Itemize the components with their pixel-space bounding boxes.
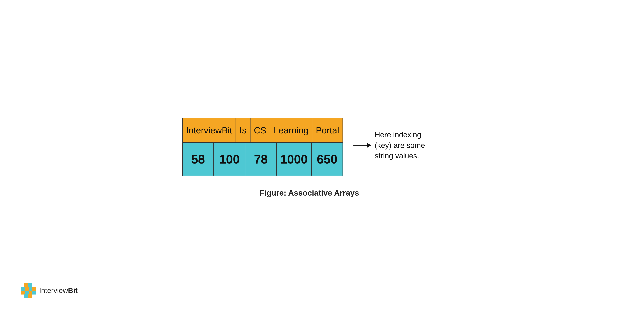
svg-rect-10	[24, 294, 28, 298]
svg-rect-1	[28, 283, 32, 287]
logo-icon	[20, 283, 36, 298]
data-cell-3: 1000	[277, 143, 312, 176]
header-cell-2: CS	[250, 118, 270, 142]
header-cell-3: Learning	[270, 118, 312, 142]
array-table: InterviewBit Is CS Learning Portal 58 10…	[182, 118, 343, 176]
header-row: InterviewBit Is CS Learning Portal	[183, 118, 343, 142]
logo-text: InterviewBit	[39, 287, 78, 295]
data-cell-4: 650	[312, 143, 342, 176]
logo-text-normal: Interview	[39, 287, 68, 295]
svg-rect-2	[21, 287, 25, 291]
data-cell-1: 100	[214, 143, 245, 176]
header-cell-4: Portal	[312, 118, 342, 142]
logo-text-bold: Bit	[68, 287, 78, 295]
svg-rect-7	[25, 291, 29, 295]
main-container: InterviewBit Is CS Learning Portal 58 10…	[182, 118, 436, 197]
data-cell-0: 58	[183, 143, 214, 176]
svg-rect-9	[32, 291, 36, 295]
svg-rect-6	[21, 291, 25, 295]
annotation-text: Here indexing (key) are some string valu…	[374, 130, 436, 161]
header-cell-1: Is	[236, 118, 250, 142]
annotation: Here indexing (key) are some string valu…	[353, 130, 436, 161]
arrow-shaft	[353, 145, 367, 146]
table-with-annotation: InterviewBit Is CS Learning Portal 58 10…	[182, 118, 436, 176]
svg-rect-3	[25, 287, 29, 291]
data-cell-2: 78	[245, 143, 277, 176]
svg-rect-5	[32, 287, 36, 291]
svg-rect-0	[24, 283, 28, 287]
arrow-head-icon	[367, 143, 371, 148]
logo-container: InterviewBit	[20, 283, 78, 298]
svg-rect-11	[28, 294, 32, 298]
data-row: 58 100 78 1000 650	[183, 142, 343, 176]
arrow-line	[353, 143, 371, 148]
figure-caption: Figure: Associative Arrays	[260, 188, 359, 197]
header-cell-0: InterviewBit	[183, 118, 236, 142]
